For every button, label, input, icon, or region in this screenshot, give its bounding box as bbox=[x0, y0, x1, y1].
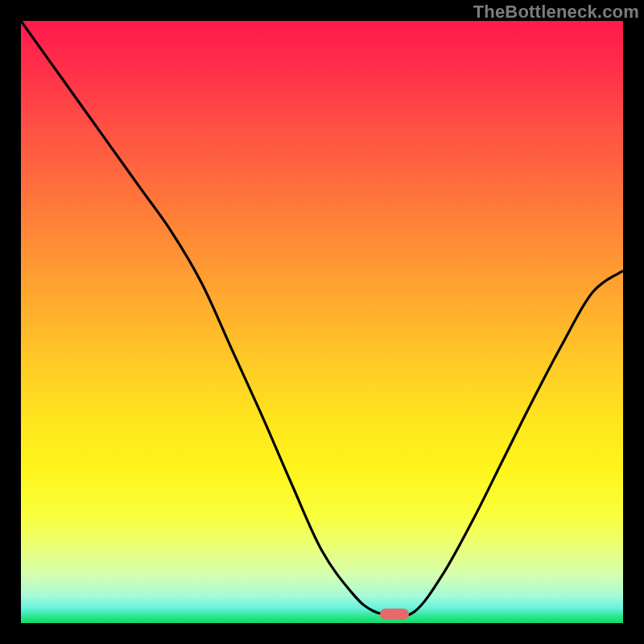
plot-area bbox=[21, 21, 623, 623]
bottleneck-curve bbox=[21, 21, 623, 623]
watermark-text: TheBottleneck.com bbox=[473, 2, 639, 23]
optimal-point-marker bbox=[380, 609, 409, 620]
curve-path bbox=[21, 21, 623, 615]
outer-frame: TheBottleneck.com bbox=[0, 0, 644, 644]
